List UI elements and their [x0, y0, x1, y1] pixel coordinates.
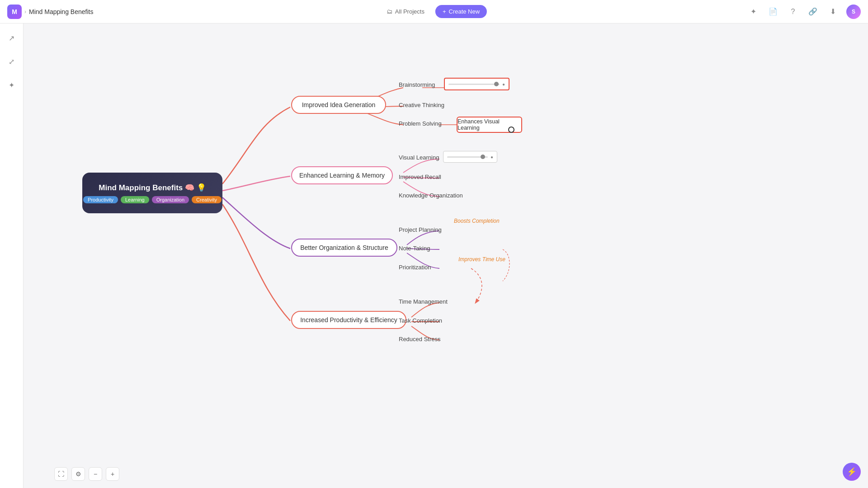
- branch-productivity-efficiency[interactable]: Increased Productivity & Efficiency: [291, 311, 406, 329]
- leaf-task-completion: Task Completion: [399, 317, 442, 324]
- leaf-improved-recall: Improved Recall: [399, 174, 441, 180]
- leaf-time-management: Time Management: [399, 298, 448, 305]
- tag-organization[interactable]: Organization: [152, 196, 189, 203]
- breadcrumb-chevron: ›: [24, 9, 26, 15]
- slider-value: ●: [502, 82, 505, 87]
- tag-learning[interactable]: Learning: [121, 196, 149, 203]
- enhances-visual-learning-node[interactable]: Enhances Visual Learning: [457, 117, 522, 133]
- leaf-project-planning: Project Planning: [399, 226, 442, 233]
- fullscreen-button[interactable]: ⛶: [54, 467, 68, 481]
- leaf-visual-learning: Visual Learning: [399, 154, 439, 161]
- slider-thumb: [494, 82, 499, 86]
- leaf-brainstorming: Brainstorming: [399, 81, 435, 88]
- bottom-controls: ⛶ ⚙ − +: [54, 467, 119, 481]
- folder-icon: 🗂: [387, 8, 392, 15]
- document-icon[interactable]: 📄: [767, 5, 779, 18]
- plus-icon: +: [443, 8, 446, 15]
- avatar[interactable]: S: [846, 5, 861, 19]
- leaf-note-taking: Note-Taking: [399, 245, 430, 252]
- branch-learning-memory[interactable]: Enhanced Learning & Memory: [291, 166, 393, 184]
- central-node-title: Mind Mapping Benefits 🧠 💡: [99, 183, 206, 192]
- sidebar-sparkle-icon[interactable]: ✦: [5, 78, 19, 92]
- annotation-improves-time-use: Improves Time Use: [458, 256, 505, 263]
- central-node[interactable]: Mind Mapping Benefits 🧠 💡 Productivity L…: [82, 173, 222, 213]
- lightning-icon: ⚡: [847, 467, 857, 477]
- mind-map-canvas: Mind Mapping Benefits 🧠 💡 Productivity L…: [24, 23, 868, 488]
- leaf-prioritization: Prioritization: [399, 264, 431, 271]
- slider-track: [448, 84, 500, 85]
- sidebar-move-icon[interactable]: ↗: [5, 31, 19, 45]
- connector-svg: [24, 23, 868, 488]
- lightning-button[interactable]: ⚡: [843, 463, 861, 481]
- tag-productivity[interactable]: Productivity: [83, 196, 118, 203]
- share-icon[interactable]: 🔗: [807, 5, 819, 18]
- brainstorming-slider[interactable]: ●: [444, 78, 509, 90]
- header-center: 🗂 All Projects + Create New: [381, 5, 487, 18]
- central-node-tags: Productivity Learning Organization Creat…: [83, 196, 222, 203]
- settings-button[interactable]: ⚙: [71, 467, 85, 481]
- zoom-out-button[interactable]: −: [89, 467, 102, 481]
- visual-learning-slider[interactable]: ●: [443, 151, 497, 163]
- branch-idea-generation[interactable]: Improved Idea Generation: [291, 96, 386, 114]
- leaf-knowledge-organization: Knowledge Organization: [399, 192, 463, 199]
- help-icon[interactable]: ?: [787, 5, 799, 18]
- page-title: Mind Mapping Benefits: [29, 8, 93, 15]
- leaf-reduced-stress: Reduced Stress: [399, 336, 441, 343]
- header-right: ✦ 📄 ? 🔗 ⬇ S: [747, 5, 861, 19]
- logo[interactable]: M: [7, 5, 22, 19]
- leaf-problem-solving: Problem Solving: [399, 120, 442, 127]
- zoom-in-button[interactable]: +: [106, 467, 119, 481]
- vl-slider-track: [447, 156, 488, 158]
- leaf-creative-thinking: Creative Thinking: [399, 102, 444, 108]
- sidebar-share-icon[interactable]: ⤢: [5, 54, 19, 69]
- header: M › Mind Mapping Benefits 🗂 All Projects…: [0, 0, 868, 23]
- branch-organization-structure[interactable]: Better Organization & Structure: [291, 239, 397, 257]
- annotation-boosts-completion: Boosts Completion: [454, 218, 500, 224]
- all-projects-button[interactable]: 🗂 All Projects: [381, 5, 430, 18]
- create-new-button[interactable]: + Create New: [435, 5, 487, 18]
- tag-creativity[interactable]: Creativity: [192, 196, 222, 203]
- vl-slider-thumb: [481, 155, 485, 159]
- left-sidebar: ↗ ⤢ ✦: [0, 23, 24, 488]
- sparkle-icon[interactable]: ✦: [747, 5, 760, 18]
- download-icon[interactable]: ⬇: [826, 5, 839, 18]
